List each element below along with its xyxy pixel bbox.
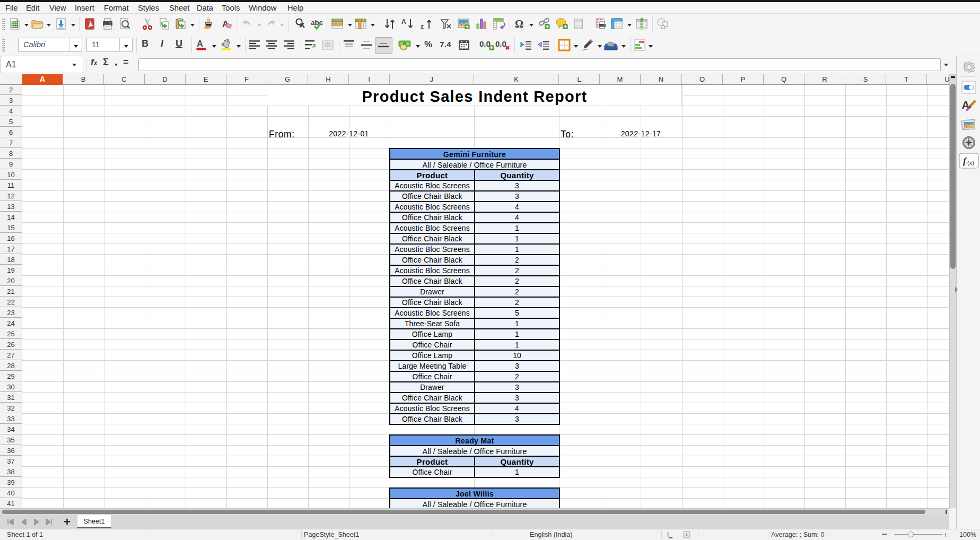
svg-text:z: z [421, 23, 424, 30]
svg-text:A: A [401, 18, 406, 25]
svg-text:A: A [961, 99, 970, 112]
svg-text:Ω: Ω [515, 18, 523, 30]
svg-text:0.0: 0.0 [479, 39, 491, 48]
svg-text:(x): (x) [967, 160, 974, 166]
svg-text:A: A [197, 39, 203, 48]
svg-text:abc: abc [311, 19, 323, 27]
svg-text:0.0: 0.0 [495, 39, 506, 48]
